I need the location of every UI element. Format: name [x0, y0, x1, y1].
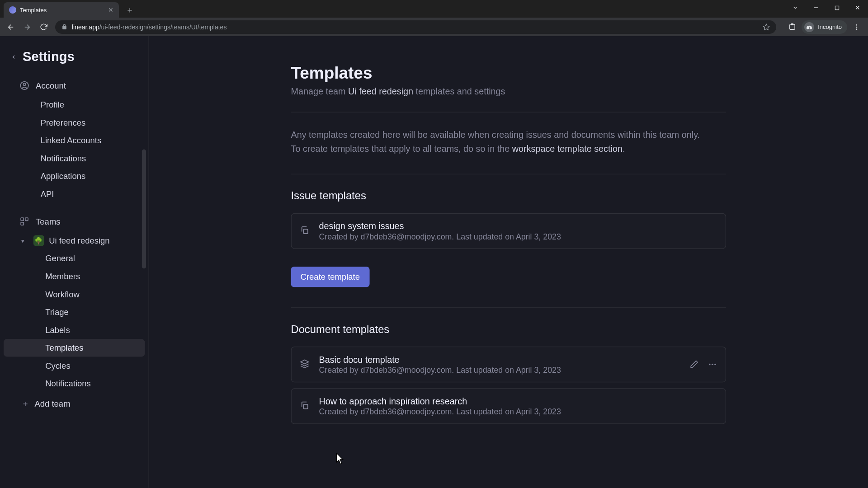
svg-rect-15 [25, 218, 28, 221]
browser-forward-button[interactable] [20, 20, 34, 34]
svg-point-11 [856, 28, 858, 30]
incognito-badge[interactable]: Incognito [802, 20, 847, 34]
svg-point-7 [807, 27, 809, 29]
sidebar-item-notifications[interactable]: Notifications [4, 150, 145, 168]
sidebar-item-profile[interactable]: Profile [4, 96, 145, 114]
sidebar-item-api[interactable]: API [4, 185, 145, 203]
window-controls: ✕ [785, 0, 868, 15]
sidebar-item-cycles[interactable]: Cycles [4, 357, 145, 375]
caret-down-icon[interactable]: ▾ [21, 237, 28, 244]
settings-main: Templates Manage team Ui feed redesign t… [149, 36, 868, 488]
url-bar[interactable]: linear.app/ui-feed-redesign/settings/tea… [55, 20, 776, 34]
template-icon [300, 225, 311, 236]
template-meta: Created by d7bdeb36@moodjoy.com. Last up… [319, 232, 717, 241]
svg-point-19 [709, 363, 711, 365]
add-team-button[interactable]: ＋ Add team [0, 393, 148, 415]
incognito-icon [804, 22, 814, 32]
page-info-text: Any templates created here will be avail… [291, 128, 726, 155]
bookmark-icon[interactable] [763, 23, 770, 31]
template-icon [300, 359, 311, 370]
sidebar-team-row[interactable]: ▾ 🌳 Ui feed redesign [0, 232, 148, 250]
plus-icon: ＋ [21, 399, 28, 409]
settings-header[interactable]: Settings [0, 42, 148, 75]
back-chevron-icon[interactable] [11, 53, 17, 61]
add-team-label: Add team [34, 399, 70, 408]
teams-label: Teams [36, 217, 60, 226]
new-tab-button[interactable]: ＋ [123, 4, 136, 16]
tabs-dropdown-icon[interactable] [785, 0, 806, 15]
close-window-icon[interactable]: ✕ [847, 0, 868, 15]
page-subtitle: Manage team Ui feed redesign templates a… [291, 86, 726, 96]
teams-icon [19, 216, 30, 227]
sidebar-scrollbar[interactable] [142, 150, 146, 406]
template-meta: Created by d7bdeb36@moodjoy.com. Last up… [319, 366, 682, 375]
document-templates-heading: Document templates [291, 323, 726, 336]
settings-sidebar: Settings Account ProfilePreferencesLinke… [0, 36, 149, 488]
issue-templates-heading: Issue templates [291, 190, 726, 202]
browser-chrome: Templates ✕ ＋ ✕ linear.app/ui-feed-redes… [0, 0, 868, 36]
svg-rect-17 [303, 229, 308, 234]
svg-point-20 [712, 363, 713, 365]
browser-reload-button[interactable] [36, 20, 51, 34]
browser-toolbar: linear.app/ui-feed-redesign/settings/tea… [0, 18, 868, 36]
sidebar-item-workflow[interactable]: Workflow [4, 285, 145, 303]
browser-back-button[interactable] [4, 20, 18, 34]
template-title: Basic docu template [319, 354, 682, 364]
svg-point-13 [23, 83, 25, 85]
sidebar-item-preferences[interactable]: Preferences [4, 113, 145, 131]
page-title: Templates [291, 64, 726, 83]
template-card[interactable]: Basic docu templateCreated by d7bdeb36@m… [291, 346, 726, 382]
sidebar-section-account[interactable]: Account [0, 75, 148, 96]
sidebar-item-triage[interactable]: Triage [4, 303, 145, 321]
svg-point-8 [810, 27, 812, 29]
browser-tab[interactable]: Templates ✕ [4, 2, 119, 18]
template-card[interactable]: How to approach inspiration researchCrea… [291, 388, 726, 424]
svg-rect-16 [21, 222, 24, 225]
team-name: Ui feed redesign [49, 236, 109, 245]
account-icon [19, 80, 30, 91]
svg-point-21 [714, 363, 716, 365]
template-title: How to approach inspiration research [319, 396, 717, 406]
template-title: design system issues [319, 221, 717, 230]
settings-title: Settings [23, 49, 74, 65]
sidebar-section-teams[interactable]: Teams [0, 211, 148, 232]
create-template-button[interactable]: Create template [291, 267, 370, 287]
close-tab-icon[interactable]: ✕ [108, 6, 113, 14]
svg-rect-14 [21, 218, 24, 221]
browser-menu-icon[interactable] [849, 19, 864, 35]
sidebar-item-linked-accounts[interactable]: Linked Accounts [4, 131, 145, 150]
template-meta: Created by d7bdeb36@moodjoy.com. Last up… [319, 407, 717, 416]
linear-favicon [9, 6, 16, 14]
svg-rect-6 [791, 23, 793, 25]
tab-strip: Templates ✕ ＋ ✕ [0, 0, 868, 18]
svg-rect-22 [303, 404, 308, 408]
account-label: Account [36, 81, 66, 90]
template-card[interactable]: design system issuesCreated by d7bdeb36@… [291, 213, 726, 249]
workspace-template-link[interactable]: workspace template section [512, 144, 623, 154]
more-icon[interactable] [708, 359, 717, 369]
minimize-window-icon[interactable] [806, 0, 826, 15]
maximize-window-icon[interactable] [826, 0, 847, 15]
sidebar-item-labels[interactable]: Labels [4, 321, 145, 339]
incognito-label: Incognito [818, 23, 842, 30]
sidebar-item-notifications[interactable]: Notifications [4, 375, 145, 393]
team-avatar: 🌳 [33, 235, 44, 246]
sidebar-item-templates[interactable]: Templates [4, 339, 145, 357]
template-icon [300, 400, 311, 411]
svg-point-9 [856, 24, 858, 26]
svg-point-10 [856, 26, 858, 28]
svg-marker-4 [764, 24, 769, 30]
sidebar-item-applications[interactable]: Applications [4, 167, 145, 185]
svg-marker-18 [301, 360, 309, 364]
tab-title: Templates [20, 7, 47, 14]
edit-icon[interactable] [690, 359, 699, 369]
sidebar-item-members[interactable]: Members [4, 267, 145, 286]
sidebar-item-general[interactable]: General [4, 249, 145, 267]
lock-icon [61, 24, 67, 30]
svg-rect-1 [835, 6, 839, 9]
url-text: linear.app/ui-feed-redesign/settings/tea… [72, 23, 226, 31]
extensions-icon[interactable] [784, 19, 800, 35]
